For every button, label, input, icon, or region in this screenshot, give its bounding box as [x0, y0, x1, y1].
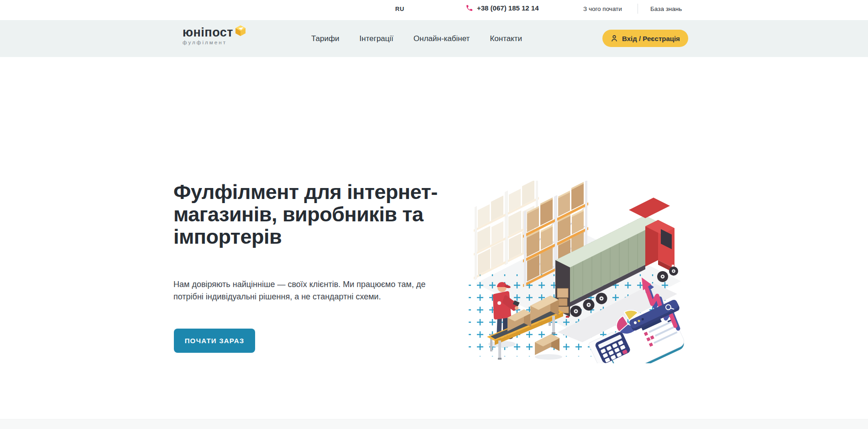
- page: RU +38 (067) 185 12 14 З чого почати Баз…: [0, 0, 868, 429]
- hero-title: Фулфілмент для інтернет- магазинів, виро…: [173, 181, 438, 248]
- next-section-edge: [0, 419, 868, 429]
- cta-start-button[interactable]: ПОЧАТИ ЗАРАЗ: [174, 329, 255, 353]
- link-knowledge-base[interactable]: База знань: [650, 5, 682, 12]
- logo-subtitle: фулфілмент: [183, 40, 246, 45]
- topbar: RU +38 (067) 185 12 14 З чого почати Баз…: [0, 0, 868, 20]
- phone-number: +38 (067) 185 12 14: [477, 4, 539, 12]
- login-button[interactable]: Вхід / Реєстрація: [602, 30, 688, 47]
- topbar-divider: [638, 4, 638, 14]
- hero-description-line: потрібні індивідуальні рішення, а не ста…: [173, 291, 425, 303]
- phone-link[interactable]: +38 (067) 185 12 14: [465, 4, 539, 12]
- phone-icon: [465, 4, 473, 12]
- hero-description-line: Нам довіряють найцінніше — своїх клієнті…: [173, 278, 425, 291]
- login-label: Вхід / Реєстрація: [622, 35, 680, 42]
- cube-logo-icon: [235, 25, 246, 37]
- site-header: юніпост фулфілмент Тарифи Інтеграції Онл…: [0, 20, 868, 57]
- logo[interactable]: юніпост фулфілмент: [183, 26, 246, 45]
- hero-title-line: магазинів, виробників та: [173, 203, 438, 225]
- warehouse-fulfillment-illustration: [462, 181, 695, 363]
- nav-integrations[interactable]: Інтеграції: [360, 34, 394, 43]
- nav-tariffs[interactable]: Тарифи: [311, 34, 340, 43]
- user-icon: [611, 35, 618, 42]
- language-switcher[interactable]: RU: [395, 5, 404, 12]
- nav-contacts[interactable]: Контакти: [490, 34, 522, 43]
- hero-title-line: імпортерів: [173, 225, 438, 248]
- hero-title-line: Фулфілмент для інтернет-: [173, 181, 438, 203]
- hero-description: Нам довіряють найцінніше — своїх клієнті…: [173, 278, 425, 303]
- main-nav: Тарифи Інтеграції Онлайн-кабінет Контакт…: [311, 20, 522, 57]
- link-how-to-start[interactable]: З чого почати: [583, 5, 622, 12]
- nav-online-cabinet[interactable]: Онлайн-кабінет: [413, 34, 470, 43]
- hero-illustration: [462, 181, 695, 363]
